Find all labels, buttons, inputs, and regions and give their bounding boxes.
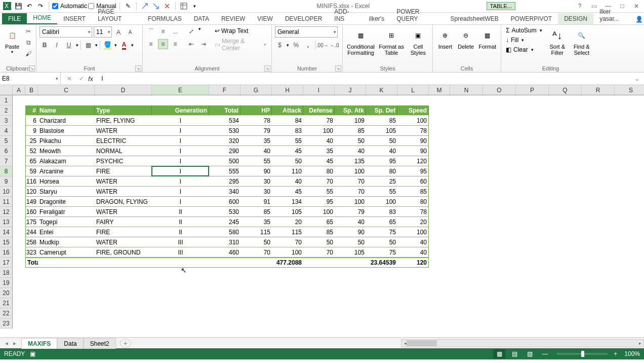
cell[interactable]: 50 <box>366 237 397 247</box>
cell[interactable]: 555 <box>209 166 240 176</box>
cell[interactable]: Name <box>38 105 95 116</box>
zoom-slider-thumb[interactable] <box>581 351 584 357</box>
sheet-tab-maxifs[interactable]: MAXIFS <box>21 338 57 349</box>
sheet-nav-next[interactable]: ▸ <box>11 340 18 347</box>
col-header-L[interactable]: L <box>397 85 429 95</box>
row-header-8[interactable]: 8 <box>0 166 12 176</box>
cell[interactable]: 95 <box>397 166 429 176</box>
collapse-ribbon-icon[interactable]: ˄ <box>639 355 642 362</box>
cell[interactable]: I <box>152 156 209 166</box>
col-header-O[interactable]: O <box>483 85 516 95</box>
cell[interactable]: 50 <box>272 156 303 166</box>
cell[interactable]: 70 <box>335 187 366 197</box>
format-painter-icon[interactable]: 🖌 <box>23 49 33 59</box>
cell[interactable]: 258 <box>25 237 38 247</box>
cell[interactable]: 6 <box>25 116 38 126</box>
col-header-D[interactable]: D <box>95 85 152 95</box>
cell[interactable]: 90 <box>240 166 272 176</box>
cell[interactable]: 20 <box>272 217 303 227</box>
cell[interactable]: 35 <box>303 146 335 156</box>
cell[interactable]: 55 <box>366 187 397 197</box>
cell[interactable]: II <box>152 217 209 227</box>
cell[interactable]: WATER <box>95 126 152 136</box>
align-left-icon[interactable]: ≡ <box>146 39 156 49</box>
cell[interactable]: 75 <box>366 247 397 258</box>
cell[interactable]: I <box>152 136 209 146</box>
row-header-23[interactable]: 23 <box>0 318 12 329</box>
cell[interactable]: 530 <box>209 207 240 217</box>
cell[interactable]: 600 <box>209 197 240 207</box>
cell[interactable]: FIRE <box>95 166 152 176</box>
cell[interactable]: 55 <box>303 187 335 197</box>
row-header-15[interactable]: 15 <box>0 237 12 247</box>
cell[interactable] <box>209 258 240 268</box>
tab-home[interactable]: HOME <box>27 12 57 24</box>
cell[interactable]: 40 <box>397 237 429 247</box>
insert-cell-button[interactable]: ⊕Insert <box>436 26 455 51</box>
cell[interactable]: 310 <box>209 237 240 247</box>
cell[interactable]: 85 <box>366 116 397 126</box>
cell[interactable]: 500 <box>209 156 240 166</box>
cell[interactable]: I <box>152 166 209 176</box>
cell[interactable]: WATER <box>95 237 152 247</box>
tab-insert[interactable]: INSERT <box>57 13 92 24</box>
cell[interactable]: ELECTRIC <box>95 136 152 146</box>
tab-power-query[interactable]: POWER QUERY <box>390 6 444 24</box>
cell[interactable] <box>335 258 366 268</box>
align-middle-icon[interactable]: ≡ <box>158 26 168 37</box>
cell[interactable]: 109 <box>335 116 366 126</box>
row-header-14[interactable]: 14 <box>0 227 12 237</box>
col-header-N[interactable]: N <box>450 85 483 95</box>
excel-icon[interactable]: X <box>2 1 12 11</box>
cell[interactable]: 30 <box>240 176 272 187</box>
cell[interactable]: 477.2088 <box>272 258 303 268</box>
row-header-17[interactable]: 17 <box>0 258 12 268</box>
wrap-text-button[interactable]: ↩Wrap Text <box>213 26 268 35</box>
cell[interactable]: WATER <box>95 187 152 197</box>
cell[interactable]: PSYCHIC <box>95 156 152 166</box>
cell-styles-button[interactable]: ▣Cell Styles <box>407 26 429 57</box>
number-dialog-launcher[interactable]: ↘ <box>335 65 341 71</box>
signin-label[interactable]: ilker yasar... <box>593 6 635 24</box>
cell[interactable] <box>95 258 152 268</box>
cell[interactable]: 105 <box>272 207 303 217</box>
italic-button[interactable]: I <box>52 40 62 50</box>
accounting-format-icon[interactable]: $ <box>275 40 285 50</box>
cell[interactable]: 245 <box>209 217 240 227</box>
cell[interactable]: 100 <box>303 126 335 136</box>
row-header-22[interactable]: 22 <box>0 308 12 318</box>
qat-more-icon[interactable]: ▾ <box>190 1 200 11</box>
cell[interactable]: 149 <box>25 197 38 207</box>
cell[interactable]: 120 <box>25 187 38 197</box>
cell[interactable]: 83 <box>366 207 397 217</box>
cell[interactable]: 50 <box>335 237 366 247</box>
row-header-19[interactable]: 19 <box>0 278 12 288</box>
cell[interactable]: WATER <box>95 176 152 187</box>
cell[interactable]: 460 <box>209 247 240 258</box>
cell[interactable] <box>240 258 272 268</box>
row-header-3[interactable]: 3 <box>0 116 12 126</box>
col-header-H[interactable]: H <box>272 85 303 95</box>
delete-cell-button[interactable]: ⊖Delete <box>457 26 475 51</box>
view-normal-icon[interactable]: ▦ <box>493 349 505 358</box>
cell[interactable]: 55 <box>240 156 272 166</box>
cell[interactable]: Horsea <box>38 176 95 187</box>
cell[interactable]: 78 <box>397 126 429 136</box>
cell[interactable]: 52 <box>25 146 38 156</box>
cell[interactable]: 40 <box>272 176 303 187</box>
cell[interactable]: 50 <box>303 237 335 247</box>
cell[interactable]: 100 <box>397 116 429 126</box>
redo-icon[interactable]: ↷ <box>35 1 46 11</box>
cell[interactable]: 295 <box>209 176 240 187</box>
percent-icon[interactable]: % <box>291 40 301 50</box>
font-size-combo[interactable]: 11 <box>94 26 112 38</box>
cell[interactable]: 120 <box>397 156 429 166</box>
cell[interactable]: 45 <box>272 146 303 156</box>
number-format-combo[interactable]: General <box>275 26 338 38</box>
col-header-C[interactable]: C <box>38 85 95 95</box>
conditional-formatting-button[interactable]: ▦Conditional Formatting <box>346 26 376 57</box>
cell[interactable]: 78 <box>240 116 272 126</box>
spreadsheet-grid[interactable]: ABCDEFGHIJKLMNOPQRS 12345678910111213141… <box>0 85 644 337</box>
col-header-Q[interactable]: Q <box>549 85 582 95</box>
col-header-M[interactable]: M <box>429 85 450 95</box>
